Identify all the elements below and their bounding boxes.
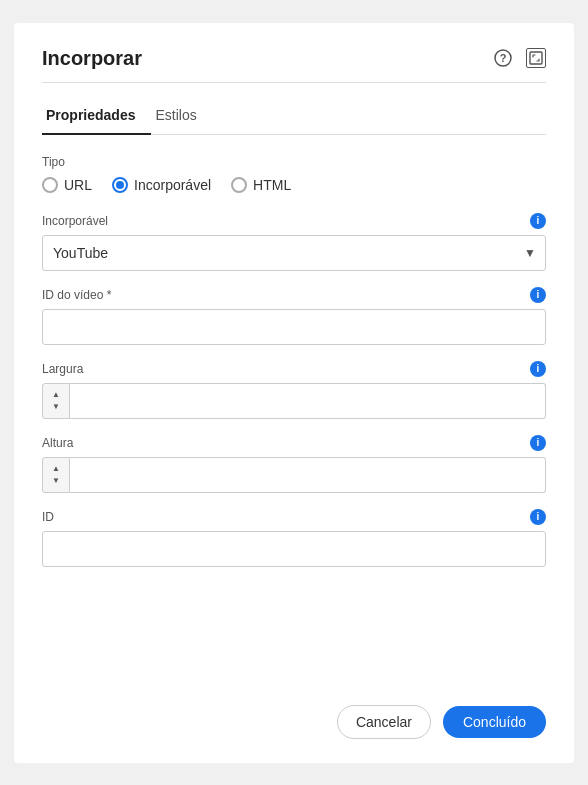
tipo-label: Tipo	[42, 155, 546, 169]
incorporavel-select[interactable]: YouTube	[42, 235, 546, 271]
expand-icon[interactable]	[526, 48, 546, 68]
modal-header: Incorporar ?	[42, 47, 546, 70]
incorporavel-field-header: Incorporável i	[42, 213, 546, 229]
altura-info-icon[interactable]: i	[530, 435, 546, 451]
id-field-header: ID i	[42, 509, 546, 525]
id-input[interactable]	[42, 531, 546, 567]
header-divider	[42, 82, 546, 83]
radio-html-label: HTML	[253, 177, 291, 193]
modal-footer: Cancelar Concluído	[42, 685, 546, 739]
id-label: ID	[42, 510, 54, 524]
video-id-info-icon[interactable]: i	[530, 287, 546, 303]
incorporavel-label: Incorporável	[42, 214, 108, 228]
altura-label: Altura	[42, 436, 73, 450]
largura-field-header: Largura i	[42, 361, 546, 377]
largura-info-icon[interactable]: i	[530, 361, 546, 377]
altura-stepper-btn[interactable]: ▲ ▼	[42, 457, 70, 493]
largura-stepper-group: ▲ ▼	[42, 383, 546, 419]
largura-stepper-btn[interactable]: ▲ ▼	[42, 383, 70, 419]
tab-estilos[interactable]: Estilos	[151, 99, 212, 135]
incorporavel-select-wrapper: YouTube ▼	[42, 235, 546, 271]
radio-url[interactable]: URL	[42, 177, 92, 193]
id-info-icon[interactable]: i	[530, 509, 546, 525]
radio-group-tipo: URL Incorporável HTML	[42, 177, 546, 193]
svg-rect-2	[530, 52, 542, 64]
incorporavel-info-icon[interactable]: i	[530, 213, 546, 229]
altura-input[interactable]	[70, 457, 546, 493]
largura-label: Largura	[42, 362, 83, 376]
video-id-label: ID do vídeo *	[42, 288, 111, 302]
altura-field: Altura i ▲ ▼	[42, 435, 546, 493]
incorporavel-field: Incorporável i YouTube ▼	[42, 213, 546, 271]
id-field: ID i	[42, 509, 546, 567]
radio-incorporavel-circle	[112, 177, 128, 193]
altura-field-header: Altura i	[42, 435, 546, 451]
tab-propriedades[interactable]: Propriedades	[42, 99, 151, 135]
altura-stepper-down[interactable]: ▼	[52, 475, 60, 487]
altura-stepper-group: ▲ ▼	[42, 457, 546, 493]
modal-container: Incorporar ? Propriedades Estilos Tipo	[14, 23, 574, 763]
radio-incorporavel[interactable]: Incorporável	[112, 177, 211, 193]
radio-html-circle	[231, 177, 247, 193]
altura-stepper-up[interactable]: ▲	[52, 463, 60, 475]
modal-title: Incorporar	[42, 47, 142, 70]
largura-input[interactable]	[70, 383, 546, 419]
tabs-container: Propriedades Estilos	[42, 99, 546, 135]
radio-incorporavel-label: Incorporável	[134, 177, 211, 193]
video-id-input[interactable]	[42, 309, 546, 345]
video-id-field-header: ID do vídeo * i	[42, 287, 546, 303]
confirm-button[interactable]: Concluído	[443, 706, 546, 738]
cancel-button[interactable]: Cancelar	[337, 705, 431, 739]
largura-stepper-down[interactable]: ▼	[52, 401, 60, 413]
video-id-field: ID do vídeo * i	[42, 287, 546, 345]
largura-stepper-up[interactable]: ▲	[52, 389, 60, 401]
header-icons: ?	[492, 47, 546, 69]
largura-field: Largura i ▲ ▼	[42, 361, 546, 419]
svg-text:?: ?	[500, 52, 507, 64]
radio-url-circle	[42, 177, 58, 193]
help-icon[interactable]: ?	[492, 47, 514, 69]
radio-html[interactable]: HTML	[231, 177, 291, 193]
radio-url-label: URL	[64, 177, 92, 193]
